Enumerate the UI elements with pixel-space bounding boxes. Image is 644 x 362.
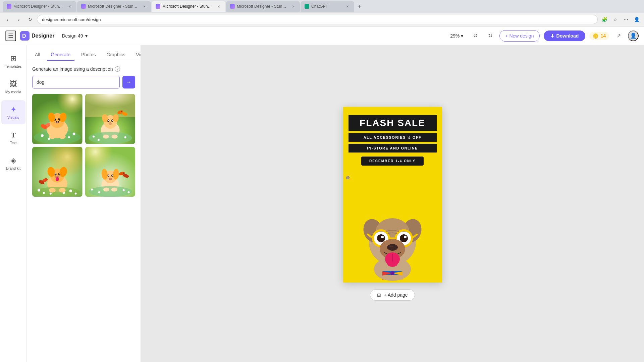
svg-point-88 (127, 191, 129, 193)
generate-description: Generate an image using a description ? (32, 66, 135, 72)
generated-image-4[interactable] (85, 147, 136, 197)
coin-count: 14 (600, 33, 606, 39)
svg-point-22 (48, 138, 50, 140)
tab-close-3[interactable]: ✕ (216, 4, 221, 9)
tab-close-1[interactable]: ✕ (67, 4, 72, 9)
sidebar-item-visuals[interactable]: ✦ Visuals (1, 100, 25, 124)
svg-text:D: D (22, 33, 26, 39)
svg-point-65 (75, 192, 77, 194)
svg-point-40 (103, 135, 109, 139)
generated-image-1[interactable] (32, 94, 83, 144)
share-button[interactable]: ↗ (613, 31, 624, 41)
forward-button[interactable]: › (14, 15, 23, 24)
browser-tab-4[interactable]: Microsoft Designer - Stunning ✕ (226, 1, 300, 12)
design-canvas[interactable]: FLASH SALE ALL ACCESSORIES ½ OFF IN-STOR… (343, 107, 442, 283)
tab-bar: Microsoft Designer - Stunning ✕ Microsof… (0, 0, 644, 13)
design-name-chevron: ▾ (85, 33, 88, 39)
new-design-label: + New design (505, 33, 534, 39)
share-icon: ↗ (616, 33, 621, 39)
text-label: Text (10, 141, 16, 145)
sidebar-item-templates[interactable]: ⊞ Templates (1, 49, 25, 73)
svg-point-115 (387, 244, 398, 251)
zoom-control[interactable]: 29% ▾ (447, 32, 466, 40)
info-icon[interactable]: ? (115, 66, 120, 72)
search-input[interactable] (32, 76, 120, 88)
visuals-icon: ✦ (10, 105, 16, 114)
app-header: ☰ D Designer Design 49 ▾ 29% ▾ (0, 26, 644, 45)
svg-point-76 (108, 177, 112, 180)
svg-point-119 (387, 261, 397, 267)
tab-videos[interactable]: Videos (132, 49, 141, 61)
extensions-button[interactable]: 🧩 (600, 15, 609, 24)
download-button[interactable]: ⬇ Download (544, 31, 586, 41)
search-submit-button[interactable]: → (122, 76, 135, 88)
canvas-area[interactable]: FLASH SALE ALL ACCESSORIES ½ OFF IN-STOR… (141, 45, 644, 362)
my-media-label: My media (5, 90, 21, 94)
templates-icon: ⊞ (10, 54, 16, 63)
refresh-button[interactable]: ↻ (25, 15, 35, 24)
svg-point-60 (38, 189, 40, 191)
design-name-label: Design 49 (62, 33, 83, 39)
new-tab-button[interactable]: + (355, 2, 364, 11)
sidebar-item-my-media[interactable]: 🖼 My media (1, 75, 25, 99)
favorites-button[interactable]: ☆ (610, 15, 620, 24)
tab-all[interactable]: All (31, 49, 44, 61)
back-button[interactable]: ‹ (3, 15, 12, 24)
tab-photos[interactable]: Photos (77, 49, 100, 61)
tab-title-1: Microsoft Designer - Stunning (13, 4, 65, 9)
search-row: → (32, 76, 135, 88)
svg-rect-26 (85, 94, 136, 117)
tab-generate[interactable]: Generate (47, 49, 74, 61)
browser-tab-2[interactable]: Microsoft Designer - Stunning ✕ (77, 1, 151, 12)
svg-point-21 (41, 134, 44, 137)
tab-title-4: Microsoft Designer - Stunning (237, 4, 288, 9)
app-container: ☰ D Designer Design 49 ▾ 29% ▾ (0, 26, 644, 362)
redo-button[interactable]: ↻ (485, 31, 495, 41)
browser-actions: 🧩 ☆ ⋯ 👤 (600, 15, 641, 24)
svg-point-43 (97, 139, 99, 141)
tab-close-4[interactable]: ✕ (290, 4, 296, 9)
svg-point-87 (122, 189, 124, 191)
designer-logo[interactable]: D Designer (20, 31, 54, 41)
new-design-button[interactable]: + New design (499, 30, 539, 42)
svg-point-23 (68, 136, 70, 138)
undo-icon: ↺ (473, 33, 478, 39)
browser-tab-5[interactable]: ChatGPT ✕ (301, 1, 354, 12)
tab-favicon-3 (156, 4, 160, 9)
svg-point-125 (390, 271, 394, 275)
tab-close-2[interactable]: ✕ (142, 4, 147, 9)
tab-graphics[interactable]: Graphics (103, 49, 129, 61)
design-name-button[interactable]: Design 49 ▾ (58, 31, 91, 41)
browser-menu-button[interactable]: ⋯ (621, 15, 631, 24)
tab-close-5[interactable]: ✕ (345, 4, 350, 9)
tab-favicon-1 (7, 4, 11, 9)
svg-point-84 (111, 187, 117, 191)
svg-point-41 (111, 135, 117, 139)
tab-favicon-2 (81, 4, 86, 9)
profile-button[interactable]: 👤 (632, 15, 641, 24)
add-page-button[interactable]: ⊞ + Add page (370, 289, 415, 301)
svg-point-82 (88, 186, 132, 197)
hamburger-button[interactable]: ☰ (5, 31, 16, 41)
zoom-chevron-icon: ▾ (461, 33, 463, 39)
sidebar-item-text[interactable]: T Text (1, 126, 25, 150)
generated-image-2[interactable] (85, 94, 136, 144)
browser-tab-3[interactable]: Microsoft Designer - Stunning ✕ (152, 1, 225, 12)
svg-point-24 (73, 133, 75, 135)
svg-point-110 (377, 234, 385, 242)
undo-button[interactable]: ↺ (470, 31, 481, 41)
generate-label-text: Generate an image using a description (32, 66, 113, 72)
svg-point-31 (108, 120, 109, 121)
svg-point-44 (124, 136, 126, 138)
add-page-label: + Add page (384, 292, 408, 298)
browser-tab-1[interactable]: Microsoft Designer - Stunning ✕ (3, 1, 76, 12)
address-bar[interactable]: designer.microsoft.com/design (37, 15, 598, 24)
svg-point-112 (400, 234, 408, 242)
svg-point-66 (49, 188, 56, 192)
user-profile-button[interactable]: 👤 (628, 31, 639, 41)
svg-point-13 (58, 121, 59, 123)
svg-point-116 (389, 245, 393, 247)
sidebar-item-brand-kit[interactable]: ◈ Brand kit (1, 151, 25, 175)
generated-image-3[interactable] (32, 147, 83, 197)
svg-point-42 (92, 136, 94, 138)
